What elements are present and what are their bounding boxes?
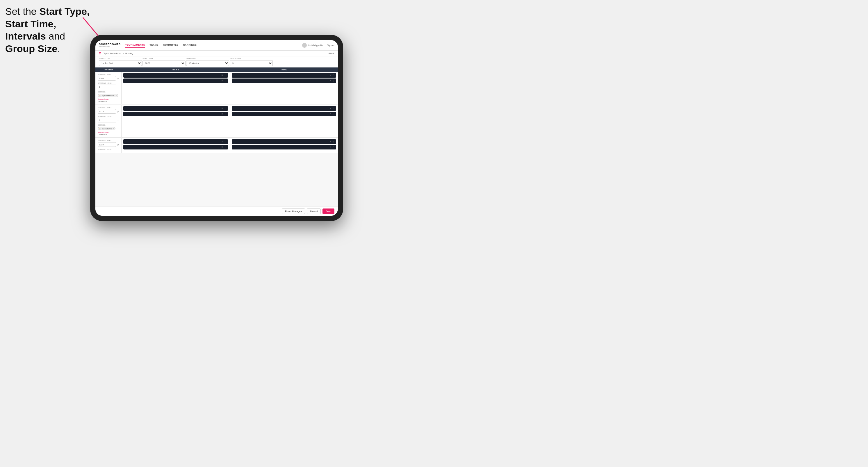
avatar <box>302 43 307 48</box>
starting-time-input-2[interactable] <box>98 109 116 114</box>
player-remove-icon[interactable]: ✕ <box>221 107 223 110</box>
nav-tab-rankings[interactable]: RANKINGS <box>183 42 197 48</box>
th-team2: Team 2 <box>230 67 338 72</box>
starting-time-input-1[interactable] <box>98 76 116 81</box>
instruction-bold-4: Group Size <box>5 43 57 54</box>
intervals-select[interactable]: 10 Minutes <box>186 60 229 66</box>
group-size-select[interactable]: 3 <box>230 60 273 66</box>
player-remove-icon[interactable]: ✕ <box>330 80 331 82</box>
player-remove-icon[interactable]: ✕ <box>330 107 331 110</box>
breadcrumb: C Clippd Invitational › Hosting <box>99 52 133 55</box>
remove-group-2[interactable]: Remove Group <box>98 131 108 133</box>
teams-col-1: ✕ ⋮ ✕ ⋮ ✕ ⋮ <box>122 72 338 104</box>
course-remove-2[interactable]: ✕ <box>113 128 114 130</box>
course-name-2: East Lake GC <box>102 128 112 130</box>
user-email: blair@clipped.io <box>309 44 323 46</box>
add-group-2[interactable]: + Add Group <box>98 134 108 135</box>
team2-slot-2: ✕ ⋮ ✕ ⋮ <box>230 105 338 137</box>
table-header: Tee Time Team 1 Team 2 <box>95 67 338 72</box>
start-time-select[interactable]: 10:00 <box>143 60 186 66</box>
team1-slot-3: ✕ ⋮ ✕ ⋮ <box>122 138 230 153</box>
course-label-1: COURSE: <box>98 91 105 93</box>
player-remove-icon[interactable]: ✕ <box>221 80 223 82</box>
player-row: ✕ ⋮ <box>232 139 336 144</box>
team2-slot-1: ✕ ⋮ ✕ ⋮ <box>230 72 338 104</box>
main-content[interactable]: STARTING TIME: ⏱ STARTING HOLE: ⌃ COURSE… <box>95 72 338 207</box>
course-remove-1[interactable]: ✕ <box>116 94 117 97</box>
starting-time-label-2: STARTING TIME: <box>98 107 112 108</box>
tablet-frame: SCOREBOARD Powered by clipp TOURNAMENTS … <box>90 35 343 221</box>
hole-stepper-1[interactable]: ⌃ <box>117 86 119 89</box>
nav-right: blair@clipped.io | Sign out <box>302 43 334 48</box>
th-tee-time: Tee Time <box>95 67 122 72</box>
tee-time-col-2: STARTING TIME: ⏱ STARTING HOLE: ⌃ COURSE… <box>95 105 122 137</box>
time-icon-3: ⏱ <box>117 144 119 146</box>
nav-tab-teams[interactable]: TEAMS <box>150 42 159 48</box>
starting-time-input-3[interactable] <box>98 142 116 147</box>
player-remove-icon[interactable]: ✕ <box>221 74 223 76</box>
logo-sub: Powered by clipp <box>99 45 121 48</box>
handle-icon: ⋮ <box>224 74 226 76</box>
instruction-bold-3: Intervals <box>5 31 46 41</box>
player-remove-icon[interactable]: ✕ <box>221 113 223 115</box>
handle-icon: ⋮ <box>332 74 334 76</box>
reset-changes-button[interactable]: Reset Changes <box>282 209 305 214</box>
handle-icon: ⋮ <box>332 107 334 110</box>
teams-col-2: ✕ ⋮ ✕ ⋮ ✕ ⋮ <box>122 105 338 137</box>
tee-actions-2: Remove Group + Add Group <box>98 131 108 135</box>
starting-hole-label-2: STARTING HOLE: <box>98 116 112 117</box>
starting-hole-input-2[interactable] <box>98 118 116 122</box>
settings-labels: Start Type Start Time Intervals Group Si… <box>99 58 334 59</box>
team1-slot-2: ✕ ⋮ ✕ ⋮ <box>122 105 230 137</box>
handle-icon: ⋮ <box>332 146 334 148</box>
start-type-select[interactable]: 1st Tee Start <box>99 60 142 66</box>
nav-tab-committee[interactable]: COMMITTEE <box>163 42 179 48</box>
start-type-label: Start Type <box>99 58 143 59</box>
tournament-name[interactable]: Clippd Invitational <box>103 52 121 55</box>
instruction-bold-1: Start Type, <box>39 6 90 17</box>
player-row: ✕ ⋮ <box>232 73 336 77</box>
handle-icon: ⋮ <box>332 80 334 82</box>
sign-out-button[interactable]: Sign out <box>327 44 334 46</box>
tee-time-col-1: STARTING TIME: ⏱ STARTING HOLE: ⌃ COURSE… <box>95 72 122 104</box>
cancel-button[interactable]: Cancel <box>307 209 321 214</box>
add-group-1[interactable]: + Add Group <box>98 101 108 102</box>
tee-time-col-3: STARTING TIME: ⏱ STARTING HOLE: <box>95 138 122 153</box>
player-remove-icon[interactable]: ✕ <box>330 141 331 143</box>
nav-tab-tournaments[interactable]: TOURNAMENTS <box>125 42 145 48</box>
settings-inputs: 1st Tee Start 10:00 10 Minutes 3 <box>99 60 334 66</box>
starting-hole-label-3: STARTING HOLE: <box>98 149 112 150</box>
player-remove-icon[interactable]: ✕ <box>330 74 331 76</box>
instruction-text: Set the Start Type, Start Time, Interval… <box>5 5 90 55</box>
remove-group-1[interactable]: Remove Group <box>98 98 108 100</box>
starting-time-label-3: STARTING TIME: <box>98 140 112 142</box>
starting-time-label-1: STARTING TIME: <box>98 73 112 75</box>
player-row: ✕ ⋮ <box>123 73 228 77</box>
footer-bar: Reset Changes Cancel Save <box>95 207 338 216</box>
sign-out-link[interactable]: | <box>324 44 325 46</box>
course-name-1: (A) Peachtree GC <box>102 95 115 97</box>
player-row: ✕ ⋮ <box>123 139 228 144</box>
starting-hole-input-1[interactable] <box>98 85 116 89</box>
course-badge-1: 🏌 (A) Peachtree GC ✕ <box>98 94 118 97</box>
player-row: ✕ ⋮ <box>232 79 336 83</box>
player-row: ✕ ⋮ <box>232 106 336 111</box>
handle-icon: ⋮ <box>332 113 334 115</box>
hole-stepper-2[interactable]: ⌃ <box>117 120 119 122</box>
player-row: ✕ ⋮ <box>232 112 336 116</box>
time-icon-2: ⏱ <box>117 111 119 113</box>
player-remove-icon[interactable]: ✕ <box>221 141 223 143</box>
back-button[interactable]: ‹ Back <box>328 52 334 55</box>
teams-col-3: ✕ ⋮ ✕ ⋮ ✕ ⋮ <box>122 138 338 153</box>
starting-hole-label-1: STARTING HOLE: <box>98 82 112 84</box>
player-remove-icon[interactable]: ✕ <box>330 146 331 148</box>
group-row: STARTING TIME: ⏱ STARTING HOLE: ⌃ COURSE… <box>95 105 338 137</box>
breadcrumb-status: Hosting <box>125 52 133 55</box>
tee-actions-1: Remove Group + Add Group <box>98 98 108 102</box>
player-remove-icon[interactable]: ✕ <box>221 146 223 148</box>
breadcrumb-logo: C <box>99 52 101 55</box>
logo-text: SCOREBOARD <box>99 43 121 45</box>
handle-icon: ⋮ <box>224 146 226 148</box>
save-button[interactable]: Save <box>322 209 334 214</box>
player-remove-icon[interactable]: ✕ <box>330 113 331 115</box>
